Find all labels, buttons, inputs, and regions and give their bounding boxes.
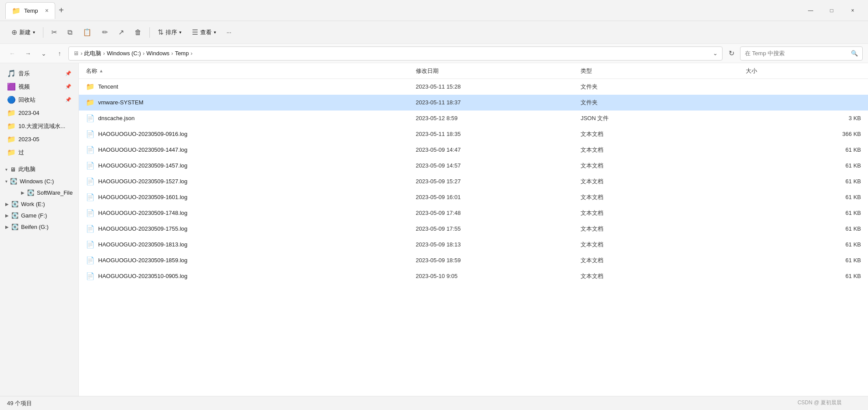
folder-icon-guo: 📁 — [7, 148, 16, 157]
cut-button[interactable]: ✂ — [47, 26, 61, 39]
col-header-size[interactable]: 大小 — [746, 67, 861, 75]
file-icon: 📄 — [86, 240, 95, 249]
table-row[interactable]: 📄 HAOGUOGUO-20230509-1813.log 2023-05-09… — [79, 237, 868, 253]
breadcrumb-windows-c[interactable]: Windows (C:) — [107, 50, 141, 57]
window-controls: — □ × — [801, 4, 863, 18]
file-date: 2023-05-09 16:01 — [416, 194, 581, 200]
search-input[interactable] — [745, 50, 848, 57]
rename-button[interactable]: ✏ — [98, 26, 112, 39]
breadcrumb-expand-icon[interactable]: ⌄ — [713, 50, 718, 57]
delete-button[interactable]: 🗑 — [130, 26, 146, 39]
software-file-drive-icon: 💽 — [27, 189, 34, 196]
sidebar-software-file[interactable]: ▶ 💽 SoftWare_File — [2, 187, 77, 198]
file-size: 61 KB — [746, 178, 861, 185]
maximize-button[interactable]: □ — [822, 4, 842, 18]
sidebar: 🎵 音乐 📌 🟪 视频 📌 🔵 回收站 📌 📁 2023-04 📁 10.大渡河… — [0, 63, 79, 396]
recycle-icon: 🔵 — [7, 96, 16, 104]
sidebar-2023-04-label: 2023-04 — [18, 110, 39, 116]
file-name: 📄 HAOGUOGUO-20230509-1813.log — [86, 240, 416, 249]
file-type: JSON 文件 — [581, 114, 745, 122]
history-button[interactable]: ⌄ — [37, 46, 51, 61]
col-modified-label: 修改日期 — [416, 67, 439, 75]
more-label: ··· — [227, 29, 231, 36]
table-row[interactable]: 📁 Tencent 2023-05-11 15:28 文件夹 — [79, 79, 868, 95]
forward-button[interactable]: → — [21, 46, 35, 61]
sidebar-item-river[interactable]: 📁 10.大渡河流域水... — [2, 120, 77, 132]
refresh-button[interactable]: ↻ — [724, 46, 738, 61]
share-icon: ↗ — [118, 28, 124, 36]
sidebar-item-2023-05[interactable]: 📁 2023-05 — [2, 133, 77, 146]
table-row[interactable]: 📄 HAOGUOGUO-20230509-1447.log 2023-05-09… — [79, 142, 868, 158]
view-button[interactable]: ☰ 查看 ▾ — [188, 26, 220, 39]
column-headers: 名称 ▲ 修改日期 类型 大小 — [79, 63, 868, 79]
table-row[interactable]: 📄 HAOGUOGUO-20230510-0905.log 2023-05-10… — [79, 268, 868, 284]
col-header-type[interactable]: 类型 — [581, 67, 745, 75]
sidebar-this-pc[interactable]: ▾ 🖥 此电脑 — [2, 163, 77, 175]
file-name: 📄 HAOGUOGUO-20230510-0905.log — [86, 272, 416, 280]
sort-name-icon: ▲ — [99, 68, 103, 73]
file-date: 2023-05-11 18:37 — [416, 99, 581, 106]
table-row[interactable]: 📄 HAOGUOGUO-20230509-1527.log 2023-05-09… — [79, 174, 868, 189]
tab-close-button[interactable]: × — [45, 7, 49, 14]
tab-folder-icon: 📁 — [12, 7, 21, 15]
file-size: 61 KB — [746, 194, 861, 200]
table-row[interactable]: 📄 HAOGUOGUO-20230509-1859.log 2023-05-09… — [79, 253, 868, 268]
minimize-button[interactable]: — — [801, 4, 821, 18]
pc-icon: 🖥 — [10, 166, 16, 173]
sidebar-guo-label: 过 — [18, 149, 24, 157]
more-button[interactable]: ··· — [222, 27, 236, 38]
col-header-modified[interactable]: 修改日期 — [416, 67, 581, 75]
sidebar-beifen-g[interactable]: ▶ 💽 Beifen (G:) — [2, 221, 77, 232]
back-button[interactable]: ← — [5, 46, 19, 61]
watermark: CSDN @ 夏初晨晨 — [797, 399, 842, 406]
file-name-text: dnscache.json — [98, 115, 135, 121]
paste-icon: 📋 — [83, 28, 92, 36]
folder-icon-river: 📁 — [7, 122, 16, 130]
sidebar-this-pc-label: 此电脑 — [18, 165, 35, 173]
table-row[interactable]: 📄 HAOGUOGUO-20230509-1457.log 2023-05-09… — [79, 158, 868, 174]
new-button[interactable]: ⊕ 新建 ▾ — [7, 26, 39, 39]
sidebar-game-f-label: Game (F:) — [21, 212, 47, 219]
breadcrumb-this-pc[interactable]: 此电脑 — [84, 50, 101, 57]
copy-button[interactable]: ⧉ — [63, 26, 77, 39]
col-header-name[interactable]: 名称 ▲ — [86, 67, 416, 75]
table-row[interactable]: 📁 vmware-SYSTEM 2023-05-11 18:37 文件夹 — [79, 95, 868, 111]
file-type: 文本文档 — [581, 241, 745, 249]
windows-c-expand-icon: ▾ — [5, 179, 7, 184]
breadcrumb-bar[interactable]: 🖥 › 此电脑 › Windows (C:) › Windows › Temp … — [68, 46, 723, 61]
breadcrumb-temp[interactable]: Temp — [175, 50, 189, 57]
file-icon: 📄 — [86, 193, 95, 201]
share-button[interactable]: ↗ — [114, 26, 128, 39]
up-button[interactable]: ↑ — [53, 46, 67, 61]
sidebar-game-f[interactable]: ▶ 💽 Game (F:) — [2, 210, 77, 221]
table-row[interactable]: 📄 HAOGUOGUO-20230509-1748.log 2023-05-09… — [79, 205, 868, 221]
sidebar-item-2023-04[interactable]: 📁 2023-04 — [2, 107, 77, 119]
close-button[interactable]: × — [843, 4, 863, 18]
file-type: 文本文档 — [581, 162, 745, 170]
paste-button[interactable]: 📋 — [78, 26, 96, 39]
sort-button[interactable]: ⇅ 排序 ▾ — [153, 26, 186, 39]
software-file-expand-icon: ▶ — [21, 190, 25, 195]
sidebar-river-label: 10.大渡河流域水... — [18, 122, 65, 130]
sidebar-item-guo[interactable]: 📁 过 — [2, 146, 77, 159]
sidebar-item-music[interactable]: 🎵 音乐 📌 — [2, 67, 77, 80]
sidebar-windows-c[interactable]: ▾ 💽 Windows (C:) — [2, 176, 77, 187]
sidebar-item-video[interactable]: 🟪 视频 📌 — [2, 80, 77, 93]
breadcrumb-windows[interactable]: Windows — [146, 50, 170, 57]
table-row[interactable]: 📄 HAOGUOGUO-20230509-1601.log 2023-05-09… — [79, 189, 868, 205]
active-tab[interactable]: 📁 Temp × — [5, 2, 55, 19]
new-tab-button[interactable]: + — [59, 5, 64, 15]
pin-icon: 📌 — [65, 71, 71, 76]
col-size-label: 大小 — [746, 67, 757, 75]
table-row[interactable]: 📄 HAOGUOGUO-20230509-1755.log 2023-05-09… — [79, 221, 868, 237]
view-label: 查看 — [200, 29, 212, 36]
sort-icon: ⇅ — [158, 28, 163, 36]
file-icon: 📄 — [86, 114, 95, 122]
file-name: 📁 vmware-SYSTEM — [86, 98, 416, 107]
table-row[interactable]: 📄 HAOGUOGUO-20230509-0916.log 2023-05-11… — [79, 126, 868, 142]
sidebar-work-e[interactable]: ▶ 💽 Work (E:) — [2, 199, 77, 210]
view-chevron-icon: ▾ — [214, 30, 216, 35]
sidebar-item-recycle[interactable]: 🔵 回收站 📌 — [2, 93, 77, 106]
copy-icon: ⧉ — [67, 29, 72, 36]
table-row[interactable]: 📄 dnscache.json 2023-05-12 8:59 JSON 文件 … — [79, 111, 868, 126]
